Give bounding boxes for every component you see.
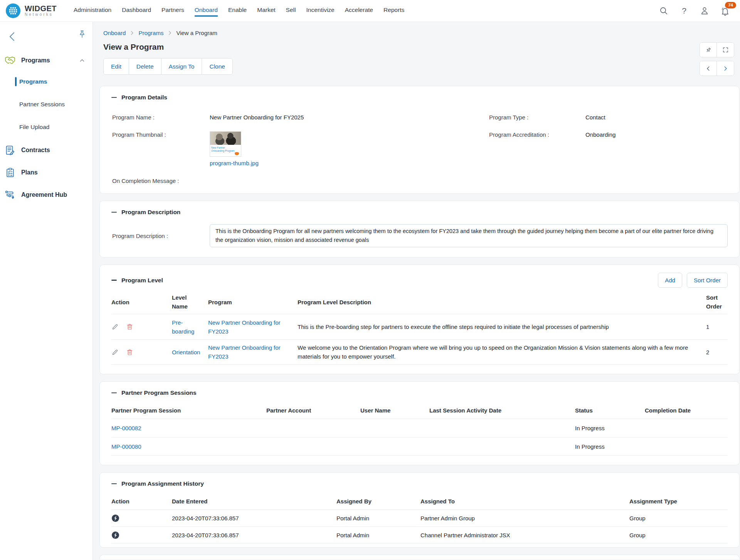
program-level-table: Action Level Name Program Program Level …: [111, 290, 728, 365]
program-assignment-history-card: Program Assignment History Action Date E…: [99, 472, 740, 548]
table-row: MP-000080 In Progress: [111, 437, 728, 456]
column-header: Assigned To: [420, 497, 629, 506]
program-accreditation-label: Program Accreditation :: [489, 131, 585, 138]
collapse-section-icon[interactable]: [111, 280, 117, 281]
nav-item-reports[interactable]: Reports: [383, 5, 404, 17]
date-entered: 2023-04-20T07:33:06.857: [172, 514, 336, 523]
nav-item-market[interactable]: Market: [257, 5, 275, 17]
column-header: User Name: [360, 406, 429, 415]
brand-subname: Networks: [25, 12, 57, 17]
edit-button[interactable]: Edit: [104, 59, 129, 74]
nav-item-incentivize[interactable]: Incentivize: [306, 5, 334, 17]
nav-item-onboard[interactable]: Onboard: [195, 5, 218, 17]
clone-button[interactable]: Clone: [202, 59, 232, 74]
brand-logo[interactable]: WIDGET Networks: [5, 3, 57, 18]
program-link[interactable]: New Partner Onboarding for FY2023: [208, 344, 281, 360]
sidebar-section-programs[interactable]: Programs: [0, 53, 92, 68]
breadcrumb-onboard[interactable]: Onboard: [103, 30, 126, 36]
sidebar-section-plans[interactable]: Plans: [0, 165, 92, 180]
session-link[interactable]: MP-000080: [111, 443, 141, 450]
assigned-by: Portal Admin: [336, 531, 420, 540]
level-name-link[interactable]: Orientation: [172, 349, 200, 355]
edit-level-pencil-icon[interactable]: [111, 323, 119, 330]
table-row: 2023-04-20T07:33:06.857 Portal Admin Par…: [111, 510, 728, 526]
nav-item-administration[interactable]: Administration: [74, 5, 111, 17]
sidebar-section-contracts[interactable]: Contracts: [0, 143, 92, 158]
add-level-button[interactable]: Add: [658, 273, 682, 288]
assign-to-button[interactable]: Assign To: [161, 59, 202, 74]
sidebar-section-label: Programs: [21, 57, 79, 64]
sidebar-item-label: Programs: [19, 78, 47, 85]
assigned-by: Portal Admin: [336, 514, 420, 523]
sort-order-value: 2: [706, 348, 728, 357]
program-accreditation-value: Onboarding: [585, 131, 728, 138]
on-completion-message-label: On Completion Message :: [112, 178, 210, 184]
plans-clipboard-icon: [4, 167, 16, 178]
program-thumbnail-image[interactable]: New Partner Onboarding Program: [210, 131, 241, 157]
section-title: Program Details: [121, 94, 167, 101]
sort-order-button[interactable]: Sort Order: [687, 273, 728, 288]
nav-item-enable[interactable]: Enable: [228, 5, 247, 17]
program-level-card: Program Level Add Sort Order Action Leve…: [99, 265, 740, 374]
primary-nav: Administration Dashboard Partners Onboar…: [74, 0, 404, 22]
thumbnail-photo: [210, 132, 241, 145]
level-name-link[interactable]: Pre-boarding: [172, 319, 194, 335]
session-link[interactable]: MP-000082: [111, 425, 141, 431]
section-title: Partner Program Sessions: [121, 389, 197, 396]
pin-icon: [705, 47, 712, 54]
sidebar-section-label: Plans: [21, 169, 86, 176]
breadcrumb-programs[interactable]: Programs: [138, 30, 163, 36]
section-title: Program Level: [121, 277, 163, 284]
expand-fullscreen-button[interactable]: [717, 43, 734, 57]
nav-item-partners[interactable]: Partners: [161, 5, 184, 17]
collapse-section-icon[interactable]: [111, 97, 117, 98]
next-record-button[interactable]: [717, 61, 734, 75]
nav-item-accelerate[interactable]: Accelerate: [345, 5, 373, 17]
sidebar-item-label: File Upload: [19, 124, 49, 131]
previous-record-button[interactable]: [700, 61, 717, 75]
pin-page-button[interactable]: [700, 43, 717, 57]
delete-level-trash-icon[interactable]: [126, 349, 133, 356]
notifications-bell-icon[interactable]: 74: [720, 6, 730, 16]
sidebar-section-agreement-hub[interactable]: Agreement Hub: [0, 187, 92, 203]
collapse-section-icon[interactable]: [111, 483, 117, 485]
sidebar-item-file-upload[interactable]: File Upload: [0, 120, 92, 134]
program-link[interactable]: New Partner Onboarding for FY2023: [208, 319, 281, 335]
nav-item-dashboard[interactable]: Dashboard: [122, 5, 151, 17]
breadcrumb: Onboard Programs View a Program: [103, 30, 740, 36]
column-header: Program Level Description: [298, 298, 706, 307]
contract-document-icon: [4, 144, 16, 156]
notification-count-badge: 74: [725, 2, 736, 8]
thumbnail-org-logo: [235, 152, 239, 155]
sidebar-pin-icon[interactable]: [78, 30, 86, 40]
sidebar-collapse-back-icon[interactable]: [6, 30, 18, 44]
table-row: Pre-boarding New Partner Onboarding for …: [111, 314, 728, 339]
column-header: Partner Program Session: [111, 406, 266, 415]
chevron-right-icon: [167, 30, 173, 36]
sidebar: Programs Programs Partner Sessions File …: [0, 22, 93, 560]
search-icon[interactable]: [659, 6, 669, 16]
edit-level-pencil-icon[interactable]: [111, 349, 119, 356]
help-icon[interactable]: ?: [679, 6, 689, 16]
section-title: Program Description: [121, 209, 180, 216]
collapse-section-icon[interactable]: [111, 392, 117, 394]
assignment-sync-icon[interactable]: [111, 531, 119, 539]
assignment-sync-icon[interactable]: [111, 514, 119, 522]
delete-level-trash-icon[interactable]: [126, 323, 133, 330]
route-flow-icon: [4, 189, 16, 200]
assigned-to: Channel Partner Administrator JSX: [420, 531, 629, 540]
chevron-up-icon[interactable]: [79, 57, 86, 64]
expand-icon: [722, 47, 729, 53]
thumbnail-file-link[interactable]: program-thumb.jpg: [210, 160, 259, 166]
program-description-label: Program Description :: [112, 233, 210, 239]
delete-button[interactable]: Delete: [129, 59, 161, 74]
sidebar-item-programs[interactable]: Programs: [0, 74, 92, 89]
collapse-section-icon[interactable]: [111, 212, 117, 213]
column-header: Sort Order: [706, 293, 728, 311]
nav-item-sell[interactable]: Sell: [286, 5, 296, 17]
user-account-icon[interactable]: [700, 6, 710, 16]
sidebar-section-label: Contracts: [21, 147, 86, 154]
partner-sessions-table: Partner Program Session Partner Account …: [111, 402, 728, 456]
sidebar-item-partner-sessions[interactable]: Partner Sessions: [0, 97, 92, 112]
sort-order-value: 1: [706, 322, 728, 331]
